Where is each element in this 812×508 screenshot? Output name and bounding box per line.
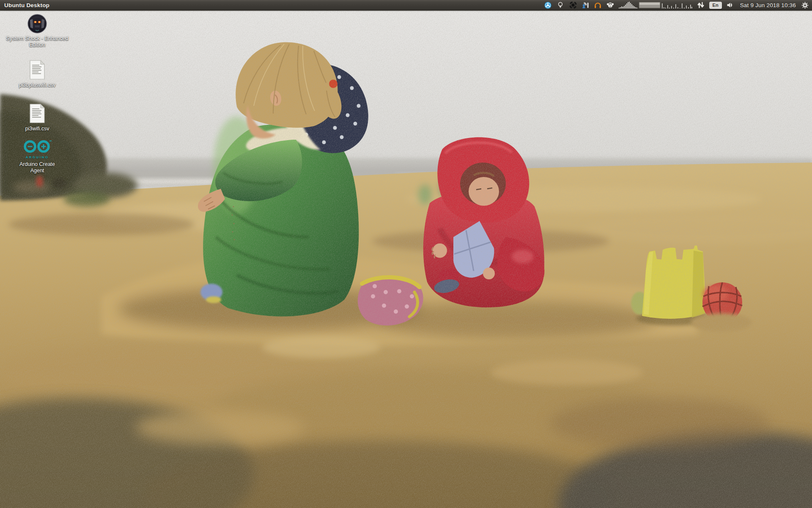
volume-icon[interactable] — [727, 2, 735, 8]
active-app-title: Ubuntu Desktop — [0, 2, 49, 8]
desktop-icon-arduino-create-agent[interactable]: ARDUINO Arduino Create Agent — [5, 140, 69, 174]
ubuntu-desktop-screen: Ubuntu Desktop — [0, 0, 812, 508]
system-tray: En Sat 9 Jun 2018 10:36 — [544, 0, 812, 10]
csv-document-icon — [29, 103, 45, 124]
top-panel: Ubuntu Desktop — [0, 0, 812, 11]
network-arrows-tray-icon[interactable] — [697, 2, 705, 8]
headphones-tray-icon[interactable] — [594, 1, 602, 9]
clock[interactable]: Sat 9 Jun 2018 10:36 — [739, 2, 797, 8]
session-gear-icon[interactable] — [801, 2, 809, 9]
desktop-icon-pi3bpluswifi-csv[interactable]: pi3bpluswifi.csv — [5, 60, 69, 88]
system-monitor-graph[interactable] — [619, 1, 692, 9]
arduino-logo-icon — [21, 140, 54, 155]
system-shock-icon — [27, 14, 47, 33]
csv-document-icon — [29, 60, 45, 80]
lightbulb-tray-icon[interactable] — [557, 1, 564, 9]
desktop-icon-system-shock[interactable]: System Shock - Enhanced Edition — [5, 14, 69, 49]
screenshot-crosshair-tray-icon[interactable] — [569, 1, 577, 9]
desktop-icon-label: pi3bpluswifi.csv — [19, 82, 56, 88]
app-wheel-tray-icon[interactable] — [544, 1, 552, 9]
desktop-icon-label: pi3wifi.csv — [25, 126, 49, 132]
arduino-logo-text: ARDUINO — [26, 155, 49, 159]
wallpaper-image — [0, 0, 812, 508]
desktop-icon-pi3wifi-csv[interactable]: pi3wifi.csv — [5, 103, 69, 132]
wallpaper-grain — [0, 0, 812, 508]
gorilla-tray-icon[interactable] — [606, 1, 614, 9]
keyboard-layout-indicator[interactable]: En — [709, 2, 722, 9]
desktop-icon-label: Arduino Create Agent — [12, 161, 62, 174]
desktop-icon-label: System Shock - Enhanced Edition — [5, 36, 69, 49]
wifi-user-tray-icon[interactable] — [582, 1, 589, 9]
